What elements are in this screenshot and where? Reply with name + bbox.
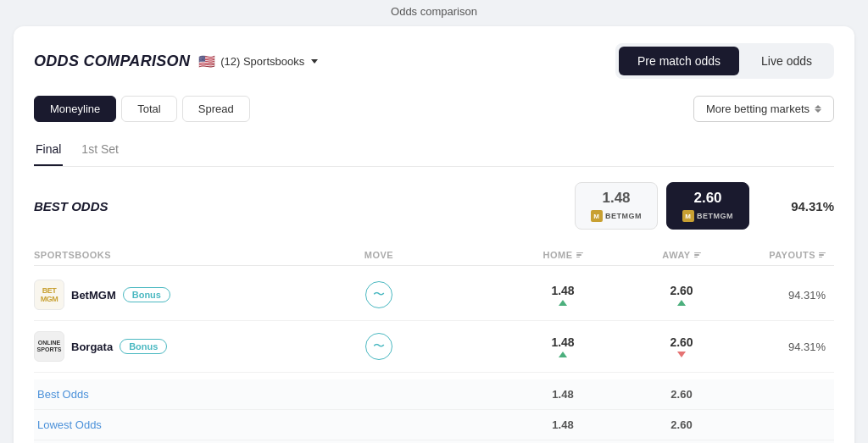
borgata-name: Borgata [71, 341, 113, 353]
betmgm-icon: M [591, 210, 603, 222]
borgata-move-cell: 〜 [254, 333, 504, 360]
tab-1st-set[interactable]: 1st Set [80, 137, 120, 166]
lowest-odds-away-summary: 2.60 [622, 418, 741, 431]
more-betting-markets-select[interactable]: More betting markets [693, 96, 834, 122]
borgata-bonus-badge[interactable]: Bonus [120, 339, 167, 354]
betmgm-move-cell: 〜 [254, 281, 504, 308]
best-odds-cards: 1.48 M BETMGM 2.60 M BETMGM [575, 182, 749, 230]
borgata-home-value: 1.48 [551, 335, 574, 349]
header-row: ODDS COMPARISON 🇺🇸 (12) Sportsbooks Pre … [34, 43, 834, 79]
borgata-payout: 94.31% [741, 341, 834, 353]
period-tabs: Final 1st Set [34, 137, 834, 167]
home-sort-icon [576, 252, 583, 258]
lowest-odds-summary-row: Lowest Odds 1.48 2.60 [34, 410, 834, 440]
market-tabs: Moneyline Total Spread [34, 96, 250, 122]
best-odds-home-card[interactable]: 1.48 M BETMGM [575, 182, 658, 230]
col-sportsbooks: SPORTSBOOKS [34, 250, 254, 260]
tab-final[interactable]: Final [34, 137, 63, 166]
select-arrows-icon [815, 105, 821, 113]
table-row: BETMGM BetMGM Bonus 〜 1.48 2.60 94.31% [34, 269, 834, 321]
chevron-down-icon [311, 59, 318, 64]
best-odds-away-card[interactable]: 2.60 M BETMGM [666, 182, 749, 230]
betmgm-text-dark: BETMGM [697, 212, 733, 220]
borgata-away-odd[interactable]: 2.60 [622, 335, 741, 357]
market-tabs-row: Moneyline Total Spread More betting mark… [34, 96, 834, 122]
best-odds-summary-label: Best Odds [34, 388, 254, 401]
col-payouts[interactable]: PAYOUTS [741, 250, 834, 260]
pre-match-odds-button[interactable]: Pre match odds [619, 47, 739, 75]
betmgm-away-logo: M BETMGM [682, 210, 733, 222]
betmgm-text: BETMGM [605, 212, 642, 220]
borgata-book-info: ONLINESPORTS Borgata Bonus [34, 331, 254, 362]
best-away-value: 2.60 [693, 190, 721, 207]
table-header: SPORTSBOOKS MOVE HOME AWAY [34, 245, 834, 266]
arrow-up-icon [815, 105, 821, 108]
betmgm-move-icon[interactable]: 〜 [365, 281, 392, 308]
best-odds-row: BEST ODDS 1.48 M BETMGM 2.60 M BETMGM [34, 182, 834, 230]
summary-section: Best Odds 1.48 2.60 Lowest Odds 1.48 2.6… [34, 379, 834, 443]
best-home-value: 1.48 [602, 190, 630, 207]
tab-total[interactable]: Total [121, 96, 176, 122]
best-odds-home-summary: 1.48 [504, 388, 622, 401]
wave-icon-2: 〜 [373, 339, 385, 354]
betmgm-away-value: 2.60 [670, 284, 693, 297]
live-odds-button[interactable]: Live odds [743, 47, 831, 75]
wave-icon: 〜 [373, 287, 385, 302]
tab-spread[interactable]: Spread [182, 96, 250, 122]
betmgm-logo-text: BETMGM [41, 286, 58, 303]
borgata-away-value: 2.60 [670, 335, 693, 349]
borgata-logo: ONLINESPORTS [34, 331, 64, 362]
page-title: Odds comparison [391, 5, 477, 18]
trend-down-icon-borgata [677, 352, 686, 357]
sportsbooks-selector[interactable]: 🇺🇸 (12) Sportsbooks [198, 53, 318, 69]
more-markets-label: More betting markets [706, 102, 810, 115]
tab-moneyline[interactable]: Moneyline [34, 96, 116, 122]
lowest-odds-home-summary: 1.48 [504, 418, 622, 431]
borgata-move-icon[interactable]: 〜 [365, 333, 392, 360]
page-title-bar: Odds comparison [0, 0, 868, 26]
table-row: ONLINESPORTS Borgata Bonus 〜 1.48 2.60 9… [34, 321, 834, 373]
col-move: MOVE [254, 250, 504, 260]
betmgm-away-odd[interactable]: 2.60 [622, 284, 741, 306]
payouts-sort-icon [819, 252, 826, 258]
best-odds-summary-row: Best Odds 1.48 2.60 [34, 379, 834, 410]
lowest-odds-summary-label: Lowest Odds [34, 418, 254, 431]
best-odds-label: BEST ODDS [34, 199, 575, 213]
flag-icon: 🇺🇸 [198, 53, 215, 69]
arrow-down-icon [815, 109, 821, 113]
odds-comparison-title: ODDS COMPARISON [34, 53, 190, 70]
betmgm-home-value: 1.48 [551, 284, 574, 297]
betmgm-bonus-badge[interactable]: Bonus [123, 287, 170, 302]
away-sort-icon [694, 252, 701, 258]
main-card: ODDS COMPARISON 🇺🇸 (12) Sportsbooks Pre … [14, 26, 854, 443]
betmgm-home-logo: M BETMGM [591, 210, 642, 222]
borgata-logo-text: ONLINESPORTS [37, 340, 62, 354]
col-away[interactable]: AWAY [622, 250, 741, 260]
sportsbooks-count: (12) Sportsbooks [220, 55, 304, 68]
trend-up-icon-borgata [559, 352, 567, 357]
betmgm-home-odd[interactable]: 1.48 [504, 284, 622, 306]
col-home[interactable]: HOME [504, 250, 622, 260]
betmgm-payout: 94.31% [741, 289, 834, 302]
borgata-home-odd[interactable]: 1.48 [504, 335, 622, 357]
betmgm-icon-dark: M [682, 210, 694, 222]
betmgm-logo: BETMGM [34, 280, 64, 310]
betmgm-name: BetMGM [71, 289, 116, 302]
odds-type-toggle: Pre match odds Live odds [615, 43, 834, 79]
betmgm-book-info: BETMGM BetMGM Bonus [34, 280, 254, 310]
trend-up-icon [559, 300, 567, 306]
header-left: ODDS COMPARISON 🇺🇸 (12) Sportsbooks [34, 53, 318, 70]
best-odds-away-summary: 2.60 [622, 388, 741, 401]
best-odds-payout: 94.31% [775, 199, 834, 213]
trend-up-icon-away [677, 300, 686, 306]
page-wrapper: Odds comparison ODDS COMPARISON 🇺🇸 (12) … [0, 0, 868, 443]
